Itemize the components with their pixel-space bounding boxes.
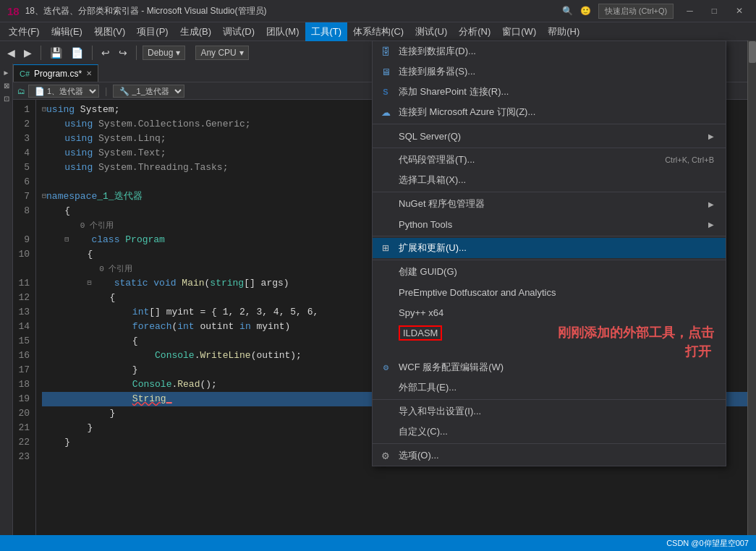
menu-code-snippet[interactable]: 代码段管理器(T)... Ctrl+K, Ctrl+B	[373, 150, 726, 170]
forward-button[interactable]: ▶	[21, 46, 35, 60]
nav-separator: |	[102, 85, 110, 96]
cloud-icon: ☁	[378, 105, 393, 119]
sidebar-icon-2[interactable]: ⊠	[1, 80, 12, 91]
database-icon: 🗄	[378, 44, 393, 59]
menu-item-debug[interactable]: 调试(D)	[217, 22, 260, 41]
menu-item-build[interactable]: 生成(B)	[174, 22, 217, 41]
menu-guid[interactable]: 创建 GUID(G)	[373, 262, 726, 282]
maximize-btn[interactable]: □	[706, 6, 723, 16]
menu-bar: 文件(F) 编辑(E) 视图(V) 项目(P) 生成(B) 调试(D) 团队(M…	[0, 22, 756, 40]
tab-close-button[interactable]: ✕	[86, 69, 92, 77]
status-text: CSDN @0仰望星空007	[666, 538, 749, 549]
menu-item-view[interactable]: 视图(V)	[88, 22, 131, 41]
debug-mode-dropdown[interactable]: Debug ▾	[143, 46, 185, 60]
platform-dropdown[interactable]: Any CPU ▾	[195, 46, 248, 60]
title-bar: 18 18、迭代器、分部类和索引器 - Microsoft Visual Stu…	[0, 0, 756, 22]
menu-item-tools[interactable]: 工具(T)	[305, 22, 348, 41]
ildasm-label: ILDASM	[399, 325, 442, 341]
menu-options[interactable]: ⚙ 选项(O)...	[373, 445, 726, 466]
search-icon: 🔍	[562, 6, 573, 16]
wcf-icon: ⚙	[378, 360, 393, 375]
menu-python[interactable]: Python Tools ▶	[373, 214, 726, 234]
menu-item-edit[interactable]: 编辑(E)	[46, 22, 88, 41]
separator-2	[373, 148, 726, 148]
menu-nuget[interactable]: NuGet 程序包管理器 ▶	[373, 194, 726, 214]
toolbar-separator-2	[92, 46, 93, 60]
menu-item-team[interactable]: 团队(M)	[260, 22, 305, 41]
separator-1	[373, 124, 726, 124]
annotation-text: 刚刚添加的外部工具，点击	[558, 324, 714, 341]
arrow-icon-python: ▶	[708, 221, 714, 228]
menu-item-file[interactable]: 文件(F)	[3, 22, 46, 41]
class-nav-icon: 🗂	[17, 87, 25, 95]
smiley-icon: 🙂	[580, 6, 591, 16]
menu-item-help[interactable]: 帮助(H)	[542, 22, 585, 41]
gear-icon: ⚙	[378, 448, 393, 463]
right-scrollbar[interactable]	[747, 40, 756, 535]
menu-customize[interactable]: 自定义(C)...	[373, 422, 726, 442]
title-right: 🔍 🙂 快速启动 (Ctrl+Q) ─ □ ✕	[562, 4, 749, 19]
separator-5	[373, 260, 726, 260]
sidebar-icon-3[interactable]: ⊡	[1, 93, 12, 104]
tab-icon: C#	[20, 69, 30, 78]
menu-item-test[interactable]: 测试(U)	[409, 22, 453, 41]
class-nav-dropdown[interactable]: 📄 1、迭代器	[28, 85, 99, 98]
separator-4	[373, 236, 726, 236]
menu-preemptive[interactable]: PreEmptive Dotfuscator and Analytics	[373, 282, 726, 302]
redo-button[interactable]: ↪	[116, 46, 130, 60]
undo-button[interactable]: ↩	[98, 46, 113, 60]
save-button[interactable]: 💾	[47, 46, 65, 60]
window-title: 18、迭代器、分部类和索引器 - Microsoft Visual Studio…	[25, 5, 267, 17]
sharepoint-icon: S	[378, 85, 393, 99]
quick-launch[interactable]: 快速启动 (Ctrl+Q)	[598, 4, 674, 19]
tab-filename: Program.cs*	[34, 69, 82, 79]
chevron-down-icon: ▾	[239, 48, 244, 58]
toolbar-separator-3	[136, 46, 137, 60]
menu-sharepoint[interactable]: S 添加 SharePoint 连接(R)...	[373, 82, 726, 102]
menu-external-tools[interactable]: 外部工具(E)...	[373, 377, 726, 398]
back-button[interactable]: ◀	[4, 46, 18, 60]
vs-icon: 18	[7, 5, 20, 17]
minimize-btn[interactable]: ─	[681, 6, 699, 16]
arrow-icon: ▶	[708, 132, 714, 140]
separator-7	[373, 443, 726, 444]
menu-sql-server[interactable]: SQL Server(Q) ▶	[373, 126, 726, 146]
toolbar-separator-1	[41, 46, 41, 60]
line-numbers: 1 2 3 4 5 6 7 8 9 10 11 12 13 14 15 16 1…	[13, 100, 36, 535]
new-file-button[interactable]: 📄	[68, 46, 86, 60]
menu-item-analyze[interactable]: 分析(N)	[453, 22, 496, 41]
menu-toolbox[interactable]: 选择工具箱(X)...	[373, 170, 726, 190]
editor-tab-program[interactable]: C# Program.cs* ✕	[13, 64, 98, 82]
left-sidebar: ► ⊠ ⊡	[0, 64, 13, 535]
title-left: 18 18、迭代器、分部类和索引器 - Microsoft Visual Stu…	[7, 5, 267, 17]
extensions-icon: ⊞	[378, 241, 393, 255]
menu-import-export[interactable]: 导入和导出设置(I)...	[373, 401, 726, 422]
arrow-icon-nuget: ▶	[708, 200, 714, 208]
server-icon: 🖥	[378, 64, 393, 79]
menu-extensions[interactable]: ⊞ 扩展和更新(U)...	[373, 238, 726, 258]
menu-connect-db[interactable]: 🗄 连接到数据库(D)...	[373, 41, 726, 61]
menu-azure[interactable]: ☁ 连接到 Microsoft Azure 订阅(Z)...	[373, 102, 726, 122]
separator-3	[373, 192, 726, 192]
sidebar-icon-1[interactable]: ►	[1, 67, 12, 78]
menu-ildasm[interactable]: ILDASM 刚刚添加的外部工具，点击 打开	[373, 323, 726, 343]
menu-item-window[interactable]: 窗口(W)	[496, 22, 542, 41]
close-btn[interactable]: ✕	[730, 6, 749, 16]
tools-menu: 🗄 连接到数据库(D)... 🖥 连接到服务器(S)... S 添加 Share…	[372, 40, 726, 466]
menu-wcf[interactable]: ⚙ WCF 服务配置编辑器(W)	[373, 357, 726, 377]
status-bar: CSDN @0仰望星空007	[0, 535, 756, 551]
menu-spyplus[interactable]: Spy++ x64	[373, 302, 726, 323]
chevron-down-icon: ▾	[176, 48, 180, 58]
separator-6	[373, 399, 726, 400]
scroll-thumb[interactable]	[749, 41, 756, 63]
menu-item-project[interactable]: 项目(P)	[131, 22, 174, 41]
menu-item-arch[interactable]: 体系结构(C)	[347, 22, 409, 41]
menu-connect-server[interactable]: 🖥 连接到服务器(S)...	[373, 61, 726, 82]
method-nav-dropdown[interactable]: 🔧 _1_迭代器	[113, 85, 184, 98]
